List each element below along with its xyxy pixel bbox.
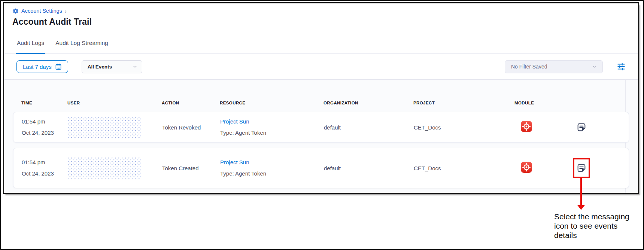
tab-bar: Audit Logs Audit Log Streaming — [4, 32, 638, 54]
audit-table: TIME USER ACTION RESOURCE ORGANIZATION P… — [4, 79, 638, 193]
page-title: Account Audit Trail — [12, 17, 630, 27]
col-header-resource: RESOURCE — [220, 101, 323, 105]
annotation-highlight-box — [573, 158, 590, 178]
table-header-row: TIME USER ACTION RESOURCE ORGANIZATION P… — [13, 101, 629, 105]
user-redacted-block — [68, 158, 141, 179]
cet-target-icon — [521, 121, 532, 132]
user-cell — [68, 158, 162, 179]
message-note-icon[interactable] — [576, 163, 587, 173]
saved-filter-value: No Filter Saved — [511, 64, 547, 70]
event-type-value: All Events — [88, 64, 112, 70]
resource-cell: Project Sun Type: Agent Token — [220, 157, 324, 179]
app-screenshot-frame: Account Settings › Account Audit Trail A… — [3, 2, 639, 194]
project-cell: CET_Docs — [414, 124, 515, 131]
col-header-module: MODULE — [514, 101, 576, 105]
sliders-icon[interactable] — [616, 61, 627, 72]
action-cell: Token Created — [162, 165, 220, 171]
annotation-arrow-line — [580, 178, 582, 205]
project-cell: CET_Docs — [414, 165, 515, 171]
col-header-action: ACTION — [162, 101, 220, 105]
user-cell — [68, 117, 162, 138]
module-cell — [515, 121, 576, 134]
gear-icon — [12, 8, 19, 14]
resource-type: Type: Agent Token — [220, 168, 324, 179]
app-header: Account Settings › Account Audit Trail — [4, 3, 638, 32]
resource-type: Type: Agent Token — [220, 127, 324, 138]
details-cell — [576, 122, 629, 132]
user-redacted-block — [68, 117, 141, 138]
saved-filter-select[interactable]: No Filter Saved — [505, 60, 603, 73]
col-header-user: USER — [67, 101, 162, 105]
resource-link[interactable]: Project Sun — [220, 116, 324, 127]
action-cell: Token Revoked — [162, 124, 220, 131]
table-row[interactable]: 01:54 pm Oct 24, 2023 Token Revoked Proj… — [13, 112, 629, 143]
col-header-time: TIME — [21, 101, 67, 105]
date-range-button[interactable]: Last 7 days — [16, 60, 68, 73]
annotation-arrow-head — [577, 205, 585, 210]
event-type-select[interactable]: All Events — [82, 60, 142, 73]
organization-cell: default — [324, 124, 414, 131]
breadcrumb-account-settings-link[interactable]: Account Settings — [21, 8, 62, 14]
table-row[interactable]: 01:54 pm Oct 24, 2023 Token Created Proj… — [13, 148, 629, 188]
time-cell: 01:54 pm Oct 24, 2023 — [22, 116, 68, 138]
chevron-down-icon — [133, 64, 137, 69]
tab-audit-log-streaming[interactable]: Audit Log Streaming — [55, 32, 108, 54]
annotation-caption: Select the messaging icon to see events … — [554, 212, 637, 240]
time-cell: 01:54 pm Oct 24, 2023 — [22, 157, 68, 179]
calendar-icon — [55, 63, 62, 70]
module-cell — [515, 162, 576, 174]
breadcrumb: Account Settings › — [12, 7, 630, 15]
col-header-organization: ORGANIZATION — [323, 101, 413, 105]
page: Account Settings › Account Audit Trail A… — [0, 0, 644, 250]
chevron-down-icon — [592, 64, 597, 69]
breadcrumb-chevron: › — [65, 8, 67, 14]
organization-cell: default — [324, 165, 414, 171]
date-range-label: Last 7 days — [23, 64, 52, 70]
filter-toolbar: Last 7 days All Events No Filter Saved — [4, 54, 638, 79]
tab-audit-logs[interactable]: Audit Logs — [17, 32, 44, 54]
details-cell — [576, 163, 629, 173]
col-header-project: PROJECT — [413, 101, 514, 105]
cet-target-icon — [521, 162, 532, 173]
message-note-icon[interactable] — [576, 122, 587, 132]
resource-cell: Project Sun Type: Agent Token — [220, 116, 324, 138]
resource-link[interactable]: Project Sun — [220, 157, 324, 168]
